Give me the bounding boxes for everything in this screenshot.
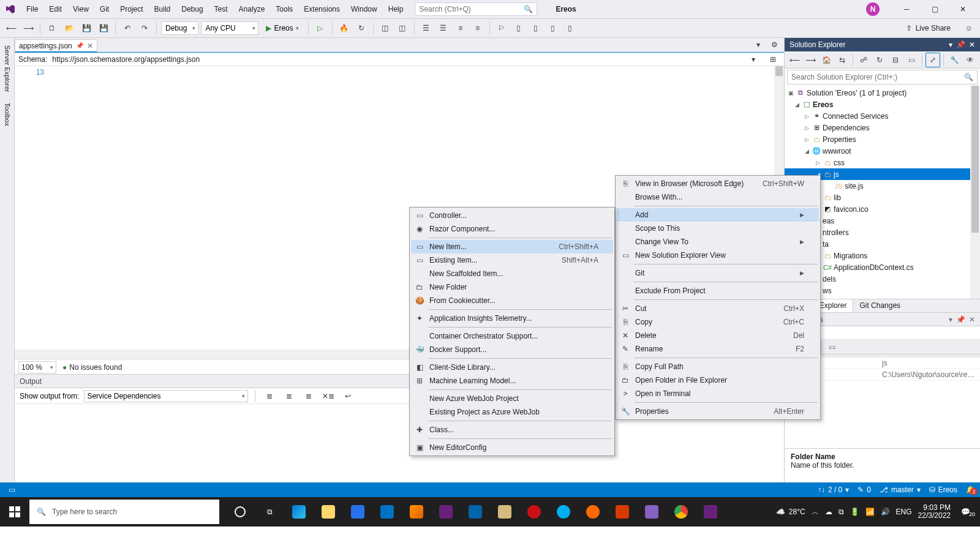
tb-icon-7[interactable]: ▯ [511,21,526,36]
props-pin-icon[interactable]: 📌 [956,315,965,324]
quick-search-box[interactable]: Search (Ctrl+Q) 🔍 [415,2,537,16]
se-refresh-icon[interactable]: ↻ [872,53,887,67]
output-btn-2[interactable]: ≣ [282,389,296,403]
menu-build[interactable]: Build [149,2,176,16]
status-repo[interactable]: ⛁ Ereos [929,485,957,494]
redo-icon[interactable]: ↷ [137,21,152,36]
explorer-icon[interactable] [314,497,343,527]
menu-help[interactable]: Help [383,2,409,16]
output-clear-icon[interactable]: ✕≣ [321,389,336,403]
ctx-new-solution-explorer-view[interactable]: ▭New Solution Explorer View [617,249,819,262]
edge-icon[interactable] [284,497,314,527]
ctx-class[interactable]: ✚Class... [411,423,613,437]
props-pages-icon[interactable]: ▭ [824,340,839,354]
menu-view[interactable]: View [67,2,94,16]
ctx-exclude-from-project[interactable]: Exclude From Project [617,284,819,298]
menu-analyze[interactable]: Analyze [233,2,271,16]
tb-icon-4[interactable]: ☰ [436,21,451,36]
menu-debug[interactable]: Debug [176,2,208,16]
save-all-icon[interactable]: 💾 [96,21,111,36]
maximize-button[interactable]: ▢ [921,0,948,18]
panel-pin-icon[interactable]: 📌 [956,40,965,49]
ctx-new-scaffolded-item[interactable]: New Scaffolded Item... [411,267,613,280]
save-icon[interactable]: 💾 [79,21,94,36]
se-collapse-icon[interactable]: ⊟ [888,53,903,67]
status-changes[interactable]: ↑↓ 2 / 0 ▾ [818,485,849,494]
vs-running-icon[interactable] [637,497,666,527]
ctx-view-in-browser-microsoft-edge[interactable]: ⎘View in Browser (Microsoft Edge)Ctrl+Sh… [617,177,819,190]
weather-widget[interactable]: ☁️ 28°C [776,508,805,516]
server-explorer-tab[interactable]: Server Explorer [2,40,13,97]
ctx-new-item[interactable]: ▭New Item...Ctrl+Shift+A [411,240,613,253]
new-project-icon[interactable]: 🗋 [45,21,59,36]
menu-tools[interactable]: Tools [270,2,298,16]
tray-clock[interactable]: 9:03 PM 22/3/2022 [918,504,951,520]
se-fwd-icon[interactable]: ⟶ [803,53,818,67]
ctx-open-folder-in-file-explorer[interactable]: 🗀Open Folder in File Explorer [617,373,819,387]
tray-lang-icon[interactable]: ENG [896,508,912,516]
menu-file[interactable]: File [21,2,43,16]
hot-reload-icon[interactable]: 🔥 [337,21,352,36]
status-notifications[interactable]: 🔔2 [966,485,975,494]
ctx-container-orchestrator-support[interactable]: Container Orchestrator Support... [411,329,613,343]
ctx-controller[interactable]: ▭Controller... [411,209,613,222]
ctx-new-folder[interactable]: 🗀New Folder [411,280,613,294]
props-close-icon[interactable]: ✕ [969,315,975,324]
schema-split-icon[interactable]: ⊞ [766,52,780,67]
ctx-client-side-library[interactable]: ◧Client-Side Library... [411,361,613,374]
close-button[interactable]: ✕ [949,0,976,18]
opera-icon[interactable] [519,497,549,527]
ctx-new-azure-webjob-project[interactable]: New Azure WebJob Project [411,392,613,405]
add-submenu[interactable]: ▭Controller...◉Razor Component...▭New It… [409,207,615,456]
forward-icon[interactable]: ⟶ [21,21,36,36]
menu-test[interactable]: Test [209,2,233,16]
vscode-icon[interactable] [461,497,490,527]
ctx-existing-item[interactable]: ▭Existing Item...Shift+Alt+A [411,253,613,267]
issues-indicator[interactable]: ●No issues found [62,363,122,372]
skype-icon[interactable] [549,497,578,527]
panel-close-icon[interactable]: ✕ [969,40,975,49]
open-icon[interactable]: 📂 [62,21,77,36]
props-dropdown-icon[interactable]: ▾ [949,315,952,324]
ctx-scope-to-this[interactable]: Scope to This [617,222,819,235]
tab-git-changes[interactable]: Git Changes [853,299,907,312]
ctx-browse-with[interactable]: Browse With... [617,190,819,204]
back-icon[interactable]: ⟵ [4,21,18,36]
ctx-rename[interactable]: ✎RenameF2 [617,342,819,356]
tb-icon-5[interactable]: ≡ [453,21,468,36]
output-wrap-icon[interactable]: ↩ [341,389,355,403]
ctx-properties[interactable]: 🔧PropertiesAlt+Enter [617,405,819,418]
se-preview-icon[interactable]: 👁 [963,53,978,67]
tb-bookmark-icon[interactable]: ⚐ [494,21,509,36]
vs-icon-2[interactable] [696,497,725,527]
app-icon-1[interactable] [490,497,519,527]
tray-battery-icon[interactable]: 🔋 [850,508,859,516]
tb-icon-3[interactable]: ☰ [419,21,434,36]
menu-window[interactable]: Window [345,2,383,16]
se-sync-icon[interactable]: ⤢ [925,53,940,67]
ctx-copy-full-path[interactable]: ⎘Copy Full Path [617,360,819,373]
tb-icon-1[interactable]: ◫ [378,21,393,36]
ctx-docker-support[interactable]: 🐳Docker Support... [411,343,613,356]
store-icon[interactable] [343,497,372,527]
se-home-icon[interactable]: 🏠 [819,53,834,67]
browser-link-icon[interactable]: ↻ [354,21,369,36]
se-back-icon[interactable]: ⟵ [787,53,802,67]
context-menu[interactable]: ⎘View in Browser (Microsoft Edge)Ctrl+Sh… [615,175,821,420]
mail-icon[interactable] [372,497,402,527]
output-btn-3[interactable]: ≣ [301,389,316,403]
tb-icon-2[interactable]: ◫ [395,21,410,36]
se-showall-icon[interactable]: ▭ [904,53,919,67]
zoom-combo[interactable]: 100 % [18,361,56,373]
toolbox-tab[interactable]: Toolbox [2,98,13,131]
configuration-combo[interactable]: Debug [161,21,198,35]
se-filter-icon[interactable]: ☍ [856,53,871,67]
schema-dropdown-icon[interactable]: ▾ [746,52,761,67]
undo-icon[interactable]: ↶ [120,21,135,36]
app-icon-2[interactable] [578,497,608,527]
panel-dropdown-icon[interactable]: ▾ [949,40,952,49]
ctx-from-cookiecutter[interactable]: 🍪From Cookiecutter... [411,294,613,307]
output-btn-1[interactable]: ≣ [262,389,277,403]
tree-scrollbar[interactable] [970,86,980,299]
tray-notifications[interactable]: 💬20 [957,508,974,516]
